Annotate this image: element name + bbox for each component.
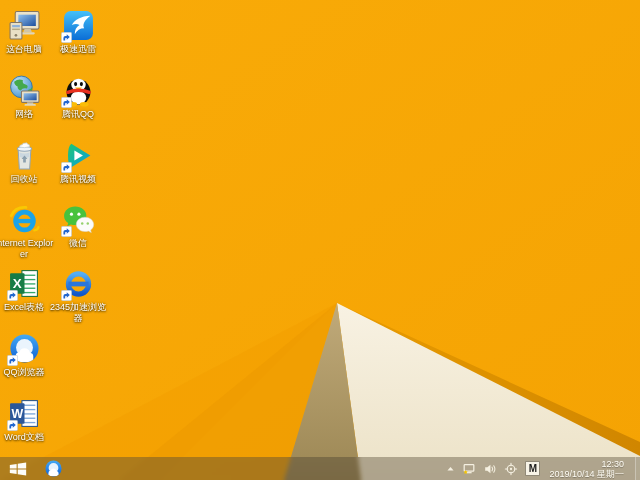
desktop-icon-tencent-qq[interactable]: 腾讯QQ (47, 74, 109, 120)
this-pc-icon (8, 9, 41, 42)
wechat-icon (62, 203, 95, 236)
tray-clock[interactable]: 12:30 2019/10/14 星期一 (547, 459, 628, 479)
taskbar: M 12:30 2019/10/14 星期一 (0, 457, 640, 480)
browser-2345-icon (62, 267, 95, 300)
tray-hidden-icons-button[interactable] (446, 464, 455, 473)
desktop-icon-browser-2345[interactable]: 2345加速浏览器 (47, 267, 109, 324)
chevron-up-icon (446, 464, 455, 473)
xunlei-speed-icon (62, 9, 95, 42)
ime-indicator[interactable]: M (525, 461, 540, 476)
desktop-icon-label: 微信 (69, 238, 87, 249)
show-desktop-button[interactable] (635, 457, 640, 480)
taskbar-qq-browser-button[interactable] (36, 457, 70, 480)
recycle-bin-icon (8, 139, 41, 172)
desktop-icon-label: 腾讯视频 (60, 174, 96, 185)
tencent-qq-icon (62, 74, 95, 107)
tencent-video-icon (62, 139, 95, 172)
qq-browser-icon (44, 459, 63, 478)
desktop-icon-label: 网络 (15, 109, 33, 120)
volume-icon[interactable] (483, 462, 497, 476)
desktop-icon-label: 2345加速浏览器 (47, 302, 109, 324)
desktop-icon-label: Word文档 (4, 432, 43, 443)
excel-icon: X (8, 267, 41, 300)
windows-logo-icon (9, 462, 27, 476)
tray-time: 12:30 (549, 459, 624, 469)
desktop-icon-label: 这台电脑 (6, 44, 42, 55)
desktop-icon-xunlei-speed[interactable]: 极速迅雷 (47, 9, 109, 55)
network-status-icon[interactable] (462, 462, 476, 476)
safety-center-icon[interactable] (504, 462, 518, 476)
desktop-icons: 这台电脑 极速迅雷 网络 腾讯QQ 回收站 腾讯视频 Internet Expl… (0, 0, 640, 457)
desktop-icon-word[interactable]: W Word文档 (0, 397, 55, 443)
desktop-icon-label: 腾讯QQ (62, 109, 94, 120)
desktop-icon-label: 回收站 (11, 174, 38, 185)
start-button[interactable] (0, 457, 36, 480)
network-icon (8, 74, 41, 107)
desktop-icon-wechat[interactable]: 微信 (47, 203, 109, 249)
desktop-icon-tencent-video[interactable]: 腾讯视频 (47, 139, 109, 185)
desktop-icon-label: 极速迅雷 (60, 44, 96, 55)
internet-explorer-icon (8, 203, 41, 236)
qq-browser-icon (8, 332, 41, 365)
desktop-icon-label: Excel表格 (4, 302, 44, 313)
system-tray: M 12:30 2019/10/14 星期一 (446, 457, 640, 480)
desktop-icon-qq-browser[interactable]: QQ浏览器 (0, 332, 55, 378)
desktop: 这台电脑 极速迅雷 网络 腾讯QQ 回收站 腾讯视频 Internet Expl… (0, 0, 640, 480)
desktop-icon-label: QQ浏览器 (3, 367, 44, 378)
word-icon: W (8, 397, 41, 430)
tray-date: 2019/10/14 星期一 (549, 469, 624, 479)
